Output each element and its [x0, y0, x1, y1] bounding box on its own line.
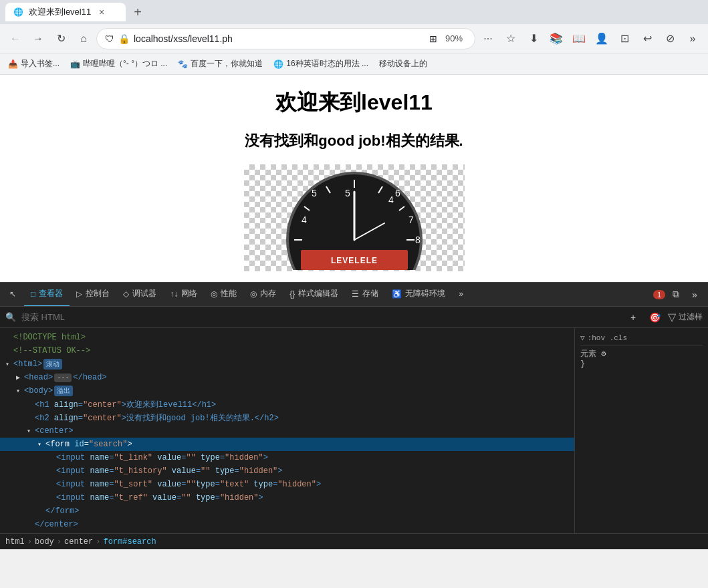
filter-icon-styles: ▽ — [580, 333, 585, 342]
expand-arrow-html: ▾ — [5, 360, 13, 368]
html-form-line[interactable]: ▾ <form id="search"> — [0, 438, 574, 451]
extend-button[interactable]: » — [683, 29, 703, 49]
expand-arrow-body: ▾ — [16, 387, 24, 395]
home-button[interactable]: ⌂ — [74, 29, 94, 49]
devtools-tab-network[interactable]: ↑↓ 网络 — [163, 283, 204, 307]
html-panel[interactable]: <!DOCTYPE html> <!--STATUS OK--> ▾ <html… — [0, 328, 574, 533]
expand-arrow-form: ▾ — [37, 440, 45, 448]
pick-element-button[interactable]: 🎯 — [646, 309, 663, 325]
overflow-badge: 溢出 — [54, 386, 73, 396]
add-element-button[interactable]: + — [625, 309, 641, 325]
viewer-icon: □ — [31, 289, 35, 299]
nav-bar: ← → ↻ ⌂ 🛡 🔒 localhost/xss/level11.ph ⊞ 9… — [0, 24, 708, 53]
bookmark-english[interactable]: 🌐 16种英语时态的用法 ... — [271, 57, 371, 71]
devtools-tab-storage[interactable]: ☰ 存储 — [345, 283, 385, 307]
forward-button[interactable]: → — [28, 29, 48, 49]
download-button[interactable]: ⬇ — [523, 29, 544, 49]
reload-button[interactable]: ↻ — [51, 29, 71, 49]
devtools-tab-accessibility[interactable]: ♿ 无障碍环境 — [385, 283, 452, 307]
html-input-thistory-line[interactable]: <input name="t_history" value="" type="h… — [0, 464, 574, 478]
undo-button[interactable]: ↩ — [637, 29, 657, 49]
devtools-tab-style-editor[interactable]: {} 样式编辑器 — [283, 283, 345, 307]
gear-icon[interactable]: ⚙ — [601, 349, 606, 359]
html-comment-line[interactable]: <!--STATUS OK--> — [0, 344, 574, 357]
devtools-tab-more[interactable]: » — [452, 283, 470, 307]
html-form-close-line[interactable]: </form> — [0, 504, 574, 518]
hov-cls-label[interactable]: :hov .cls — [588, 334, 627, 342]
breadcrumb-sep-2: › — [57, 537, 62, 547]
html-html-line[interactable]: ▾ <html> 滚动 — [0, 357, 574, 371]
back-button[interactable]: ← — [5, 29, 25, 49]
breadcrumb-sep-1: › — [27, 537, 32, 547]
svg-text:7: 7 — [408, 214, 414, 225]
browser-tab[interactable]: 🌐 欢迎来到level11 × — [5, 3, 126, 21]
html-input-tsort-line[interactable]: <input name="t_sort" value=""type="text"… — [0, 478, 574, 491]
html-h2-line[interactable]: <h2 align="center">没有找到和good job!相关的结果.<… — [0, 411, 574, 424]
security-icon: 🛡 — [105, 33, 114, 44]
bookmark-bilibili[interactable]: 📺 哔哩哔哩（°- °）つロ ... — [68, 57, 170, 71]
debugger-label: 调试器 — [132, 288, 156, 299]
devtools-tab-memory[interactable]: ◎ 内存 — [243, 283, 283, 307]
scroll-badge: 滚动 — [43, 359, 62, 370]
zoom-level[interactable]: 90% — [441, 32, 467, 45]
html-h1-line[interactable]: <h1 align="center">欢迎来到level11</h1> — [0, 398, 574, 411]
new-tab-button[interactable]: + — [128, 3, 147, 21]
breadcrumb-center[interactable]: center — [64, 537, 93, 547]
center-tag: <center> — [35, 426, 74, 436]
breadcrumb-body[interactable]: body — [35, 537, 54, 547]
form-tag: <form id="search"> — [45, 440, 132, 449]
bookmark-bilibili-label: 哔哩哔哩（°- °）つロ ... — [83, 58, 167, 69]
memory-icon: ◎ — [250, 289, 257, 299]
bookmark-import[interactable]: 📥 导入书签... — [5, 57, 62, 71]
debugger-icon: ◇ — [123, 289, 129, 299]
styles-element-section: 元素 ⚙ — [580, 348, 703, 359]
html-doctype-line[interactable]: <!DOCTYPE html> — [0, 331, 574, 344]
html-input-tref-line[interactable]: <input name="t_ref" value="" type="hidde… — [0, 491, 574, 504]
devtools-tab-inspector[interactable]: ↖ — [3, 283, 23, 307]
h1-tag: <h1 align="center">欢迎来到level11</h1> — [35, 399, 216, 410]
library-button[interactable]: 📚 — [546, 29, 566, 49]
bookmark-english-icon: 🌐 — [273, 59, 283, 69]
html-center-close-line[interactable]: </center> — [0, 518, 574, 531]
devtools-tab-debugger[interactable]: ◇ 调试器 — [116, 283, 163, 307]
block-button[interactable]: ⊘ — [660, 29, 680, 49]
account-button[interactable]: 👤 — [592, 29, 612, 49]
address-text: localhost/xss/level11.ph — [134, 33, 425, 44]
crop-button[interactable]: ⊡ — [614, 29, 634, 49]
tab-close-button[interactable]: × — [96, 7, 107, 17]
html-input-tlink-line[interactable]: <input name="t_link" value="" type="hidd… — [0, 451, 574, 464]
devtools-tab-performance[interactable]: ◎ 性能 — [204, 283, 243, 307]
address-bar[interactable]: 🛡 🔒 localhost/xss/level11.ph ⊞ 90% — [96, 28, 475, 49]
breadcrumb-html[interactable]: html — [5, 537, 25, 547]
bookmark-baidu[interactable]: 🐾 百度一下，你就知道 — [175, 57, 265, 71]
search-icon: 🔍 — [5, 312, 16, 322]
devtools-search-bar: 🔍 + 🎯 ▽ 过滤样 — [0, 307, 708, 328]
console-icon: ▷ — [76, 289, 82, 299]
reader-button[interactable]: 📖 — [569, 29, 589, 49]
breadcrumb-bar: html › body › center › form#search — [0, 533, 708, 549]
breadcrumb-form[interactable]: form#search — [103, 537, 156, 547]
html-search-input[interactable] — [21, 312, 620, 322]
expand-arrow-head: ▶ — [16, 374, 24, 382]
html-body-line[interactable]: ▾ <body> 溢出 — [0, 384, 574, 398]
style-label: 样式编辑器 — [298, 288, 338, 299]
html-center-line[interactable]: ▾ <center> — [0, 424, 574, 438]
devtools-tab-viewer[interactable]: □ 查看器 — [24, 283, 70, 307]
devtools-tab-console[interactable]: ▷ 控制台 — [70, 283, 116, 307]
devtools-overflow-button[interactable]: » — [687, 287, 703, 303]
devtools-responsive-button[interactable]: ⧉ — [668, 287, 684, 303]
lock-icon: 🔒 — [118, 33, 130, 44]
html-head-line[interactable]: ▶ <head> ··· </head> — [0, 371, 574, 384]
network-label: 网络 — [181, 288, 197, 299]
bookmarks-bar: 📥 导入书签... 📺 哔哩哔哩（°- °）つロ ... 🐾 百度一下，你就知道… — [0, 53, 708, 75]
more-menu-button[interactable]: ··· — [478, 29, 498, 49]
devtools-panel: ↖ □ 查看器 ▷ 控制台 ◇ 调试器 ↑↓ 网络 ◎ 性能 ◎ 内存 {} 样… — [0, 282, 708, 549]
inspector-icon: ↖ — [9, 289, 16, 299]
console-label: 控制台 — [86, 288, 110, 299]
page-content: 欢迎来到level11 没有找到和good job!相关的结果. 5 4 6 7 — [0, 75, 708, 282]
head-badge: ··· — [54, 374, 72, 382]
bookmark-mobile[interactable]: 移动设备上的 — [376, 57, 430, 71]
star-button[interactable]: ☆ — [501, 29, 521, 49]
breadcrumb-sep-3: › — [96, 537, 100, 547]
page-title: 欢迎来到level11 — [275, 88, 433, 118]
